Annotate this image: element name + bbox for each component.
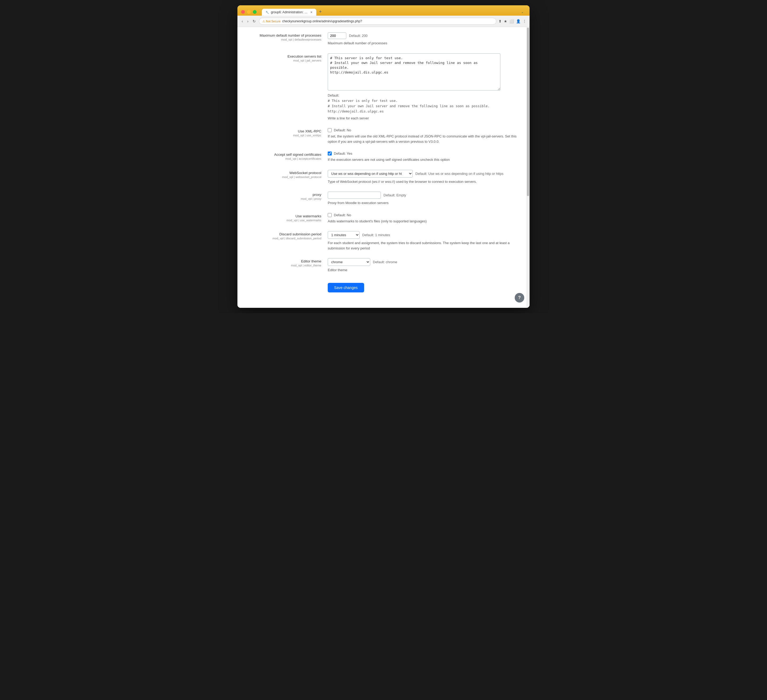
save-button[interactable]: Save changes [328, 283, 364, 292]
num-input-wrapper: Default: 200 [328, 32, 519, 39]
websocket-protocol-select[interactable]: Use ws or wss depending on if using http… [328, 170, 413, 178]
label-main-max-default-processes: Maximum default number of processes [248, 33, 321, 37]
use-xmlrpc-checkbox-label: Default: No [334, 128, 351, 132]
label-websocket-protocol: WebSocket protocolmod_vpl | websocket_pr… [248, 170, 328, 179]
tab-dropdown-icon[interactable]: ⌄ [519, 9, 526, 15]
share-icon[interactable]: ⬆ [498, 19, 502, 23]
label-discard-submission-period: Discard submission periodmod_vpl | disca… [248, 231, 328, 240]
accept-self-signed-checkbox-row: Default: Yes [328, 151, 519, 156]
label-sub-discard-submission-period: mod_vpl | discard_submission_period [248, 237, 321, 240]
label-max-default-processes: Maximum default number of processesmod_v… [248, 32, 328, 41]
settings-row-accept-self-signed: Accept self signed certificatesmod_vpl |… [248, 151, 519, 162]
page-content-wrapper: Maximum default number of processesmod_v… [237, 27, 530, 308]
label-use-watermarks: Use watermarksmod_vpl | use_watermarks [248, 213, 328, 222]
save-row: Save changes [248, 280, 519, 292]
use-xmlrpc-description: If set, the system will use the old XML-… [328, 134, 519, 144]
label-main-discard-submission-period: Discard submission period [248, 232, 321, 236]
reload-button[interactable]: ↻ [251, 19, 257, 24]
accept-self-signed-checkbox[interactable] [328, 151, 332, 156]
tab-close-icon[interactable]: ✕ [310, 11, 313, 14]
discard-submission-period-select-wrapper: 1 minutes5 minutes10 minutes30 minutes1 … [328, 231, 519, 239]
scrollbar-track[interactable] [527, 27, 530, 308]
max-default-processes-input[interactable] [328, 32, 346, 39]
settings-row-websocket-protocol: WebSocket protocolmod_vpl | websocket_pr… [248, 170, 519, 184]
not-secure-indicator: ⚠ Not Secure [263, 20, 280, 23]
address-field[interactable]: ⚠ Not Secure checkyourworkgroup.online/a… [259, 18, 496, 25]
websocket-protocol-select-wrapper: Use ws or wss depending on if using http… [328, 170, 519, 178]
execution-servers-description: Write a line for each server [328, 116, 519, 121]
tab-bar: 🔧 group6: Administration: New s... ✕ + ⌄ [262, 8, 526, 16]
execution-servers-textarea[interactable] [328, 53, 500, 90]
control-use-xmlrpc: Default: NoIf set, the system will use t… [328, 128, 519, 144]
control-accept-self-signed: Default: YesIf the execution servers are… [328, 151, 519, 162]
address-bar: ‹ › ↻ ⚠ Not Secure checkyourworkgroup.on… [237, 16, 530, 27]
use-watermarks-checkbox-label: Default: No [334, 213, 351, 217]
proxy-input-wrapper: Default: Empty [328, 192, 519, 199]
discard-submission-period-default: Default: 1 minutes [362, 233, 390, 237]
close-button[interactable] [241, 10, 245, 14]
control-discard-submission-period: 1 minutes5 minutes10 minutes30 minutes1 … [328, 231, 519, 251]
proxy-description: Proxy from Moodle to execution servers [328, 200, 519, 206]
new-tab-button[interactable]: + [316, 8, 325, 16]
accept-self-signed-description: If the execution servers are not using s… [328, 157, 519, 162]
label-main-execution-servers: Execution servers list [248, 54, 321, 59]
label-main-websocket-protocol: WebSocket protocol [248, 171, 321, 175]
use-watermarks-checkbox-row: Default: No [328, 213, 519, 217]
menu-icon[interactable]: ⋮ [523, 19, 527, 23]
control-max-default-processes: Default: 200Maximum default number of pr… [328, 32, 519, 46]
editor-theme-description: Editor theme [328, 267, 519, 273]
settings-row-use-watermarks: Use watermarksmod_vpl | use_watermarksDe… [248, 213, 519, 224]
discard-submission-period-description: For each student and assignment, the sys… [328, 240, 519, 251]
label-use-xmlrpc: Use XML-RPCmod_vpl | use_xmlrpc [248, 128, 328, 137]
use-watermarks-checkbox[interactable] [328, 213, 332, 217]
use-watermarks-description: Adds watermarks to student's files (only… [328, 219, 519, 224]
control-execution-servers: Default:# This server is only for test u… [328, 53, 519, 121]
active-tab[interactable]: 🔧 group6: Administration: New s... ✕ [262, 9, 316, 16]
label-sub-execution-servers: mod_vpl | jail_servers [248, 59, 321, 62]
use-xmlrpc-checkbox[interactable] [328, 128, 332, 132]
label-sub-editor-theme: mod_vpl | editor_theme [248, 264, 321, 267]
discard-submission-period-select[interactable]: 1 minutes5 minutes10 minutes30 minutes1 … [328, 231, 360, 239]
label-sub-use-xmlrpc: mod_vpl | use_xmlrpc [248, 134, 321, 137]
control-proxy: Default: EmptyProxy from Moodle to execu… [328, 192, 519, 206]
scrollbar-thumb[interactable] [527, 28, 529, 196]
label-sub-max-default-processes: mod_vpl | defaultexeprocesses [248, 38, 321, 41]
execution-servers-default-block: Default:# This server is only for test u… [328, 93, 519, 114]
page-content: Maximum default number of processesmod_v… [237, 27, 530, 308]
accept-self-signed-checkbox-label: Default: Yes [334, 151, 352, 156]
proxy-input[interactable] [328, 192, 381, 199]
control-websocket-protocol: Use ws or wss depending on if using http… [328, 170, 519, 184]
label-execution-servers: Execution servers listmod_vpl | jail_ser… [248, 53, 328, 62]
label-main-accept-self-signed: Accept self signed certificates [248, 152, 321, 157]
profile-icon[interactable]: 👤 [516, 19, 520, 23]
reading-list-icon[interactable]: ⬜ [509, 19, 514, 23]
settings-row-use-xmlrpc: Use XML-RPCmod_vpl | use_xmlrpcDefault: … [248, 128, 519, 144]
control-use-watermarks: Default: NoAdds watermarks to student's … [328, 213, 519, 224]
settings-row-execution-servers: Execution servers listmod_vpl | jail_ser… [248, 53, 519, 121]
save-control: Save changes [328, 280, 364, 292]
settings-row-proxy: proxymod_vpl | proxyDefault: EmptyProxy … [248, 192, 519, 206]
maximize-button[interactable] [253, 10, 256, 14]
label-editor-theme: Editor thememod_vpl | editor_theme [248, 258, 328, 267]
address-actions: ⬆ ★ ⬜ 👤 ⋮ [498, 19, 527, 23]
settings-row-discard-submission-period: Discard submission periodmod_vpl | disca… [248, 231, 519, 251]
title-bar: 🔧 group6: Administration: New s... ✕ + ⌄ [237, 5, 530, 16]
max-default-processes-default: Default: 200 [349, 34, 368, 38]
label-main-use-watermarks: Use watermarks [248, 214, 321, 218]
websocket-protocol-default: Default: Use ws or wss depending on if u… [415, 172, 504, 176]
forward-button[interactable]: › [246, 19, 250, 24]
control-editor-theme: chromemonokaitwilightsolarized_darksolar… [328, 258, 519, 273]
minimize-button[interactable] [247, 10, 251, 14]
editor-theme-select-wrapper: chromemonokaitwilightsolarized_darksolar… [328, 258, 519, 266]
label-main-use-xmlrpc: Use XML-RPC [248, 129, 321, 133]
back-button[interactable]: ‹ [240, 19, 244, 24]
label-sub-accept-self-signed: mod_vpl | acceptcertificates [248, 157, 321, 160]
help-button[interactable]: ? [515, 293, 524, 303]
label-accept-self-signed: Accept self signed certificatesmod_vpl |… [248, 151, 328, 160]
bookmark-icon[interactable]: ★ [504, 19, 507, 23]
editor-theme-select[interactable]: chromemonokaitwilightsolarized_darksolar… [328, 258, 370, 266]
label-sub-websocket-protocol: mod_vpl | websocket_protocol [248, 175, 321, 179]
settings-row-max-default-processes: Maximum default number of processesmod_v… [248, 32, 519, 46]
url-display: checkyourworkgroup.online/admin/upgrades… [282, 19, 362, 23]
max-default-processes-description: Maximum default number of processes [328, 41, 519, 46]
